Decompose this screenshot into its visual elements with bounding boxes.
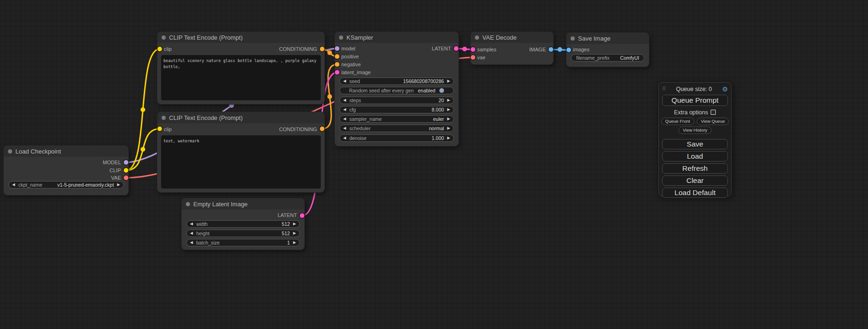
width-widget[interactable]: ◀ width 512 ▶ <box>186 220 300 228</box>
node-header[interactable]: CLIP Text Encode (Prompt) <box>157 112 325 123</box>
wire-clip-pos-midpoint-dot <box>141 107 145 112</box>
widget-value: 512 <box>282 221 290 227</box>
output-port-image[interactable] <box>549 47 553 52</box>
increment-arrow-icon[interactable]: ▶ <box>447 108 450 112</box>
node-header[interactable]: KSampler <box>335 32 459 43</box>
output-port-conditioning[interactable] <box>320 126 325 131</box>
output-port-model[interactable] <box>124 160 128 165</box>
collapse-toggle-icon[interactable] <box>8 149 12 154</box>
node-save-image[interactable]: Save Image images filename_prefix ComfyU… <box>566 33 649 67</box>
prompt-text-field[interactable]: beautiful scenery nature glass bottle la… <box>161 55 321 100</box>
node-header[interactable]: VAE Decode <box>471 32 553 43</box>
clear-button[interactable]: Clear <box>662 175 728 186</box>
node-clip-text-encode-negative[interactable]: CLIP Text Encode (Prompt) clip CONDITION… <box>157 112 325 192</box>
load-default-button[interactable]: Load Default <box>662 188 728 198</box>
increment-arrow-icon[interactable]: ▶ <box>447 98 450 102</box>
denoise-widget[interactable]: ◀ denoise 1.000 ▶ <box>339 134 454 142</box>
widget-name: seed <box>349 78 360 84</box>
input-port-images[interactable] <box>566 48 571 52</box>
node-header[interactable]: Load Checkpoint <box>4 146 128 157</box>
increment-arrow-icon[interactable]: ▶ <box>447 117 450 121</box>
output-label-vae: VAE <box>111 175 121 181</box>
steps-widget[interactable]: ◀ steps 20 ▶ <box>339 97 454 104</box>
node-title: CLIP Text Encode (Prompt) <box>169 34 243 41</box>
input-port-positive[interactable] <box>335 54 339 59</box>
collapse-toggle-icon[interactable] <box>475 35 479 40</box>
node-ksampler[interactable]: KSampler model positive negative latent_… <box>335 32 459 146</box>
extra-options-checkbox[interactable] <box>711 110 716 115</box>
input-port-latent-image[interactable] <box>335 70 339 75</box>
view-history-button[interactable]: View History <box>678 126 712 134</box>
decrement-arrow-icon[interactable]: ◀ <box>343 108 346 112</box>
input-port-vae[interactable] <box>471 55 475 60</box>
collapse-toggle-icon[interactable] <box>339 35 343 40</box>
input-label-vae: vae <box>477 54 486 61</box>
decrement-arrow-icon[interactable]: ◀ <box>190 241 193 245</box>
save-button[interactable]: Save <box>662 139 728 149</box>
output-port-latent[interactable] <box>454 46 459 51</box>
decrement-arrow-icon[interactable]: ◀ <box>343 126 346 130</box>
output-port-latent[interactable] <box>300 213 304 218</box>
seed-widget[interactable]: ◀ seed 156680208700286 ▶ <box>339 77 454 85</box>
node-title: KSampler <box>346 34 373 41</box>
widget-name: denoise <box>349 135 367 141</box>
output-port-clip[interactable] <box>124 168 128 173</box>
decrement-arrow-icon[interactable]: ◀ <box>12 183 15 187</box>
drag-handle-icon[interactable]: ⠿ <box>662 86 666 92</box>
node-clip-text-encode-positive[interactable]: CLIP Text Encode (Prompt) clip CONDITION… <box>157 32 325 104</box>
input-port-negative[interactable] <box>335 62 339 67</box>
input-port-clip[interactable] <box>157 47 162 51</box>
node-vae-decode[interactable]: VAE Decode samples vae IMAGE <box>471 32 553 64</box>
node-load-checkpoint[interactable]: Load Checkpoint MODEL CLIP VAE ◀ ckpt_na… <box>4 146 128 195</box>
collapse-toggle-icon[interactable] <box>162 116 166 120</box>
decrement-arrow-icon[interactable]: ◀ <box>343 117 346 121</box>
input-port-model[interactable] <box>335 46 339 51</box>
widget-name: scheduler <box>349 126 371 131</box>
collapse-toggle-icon[interactable] <box>162 35 166 40</box>
height-widget[interactable]: ◀ height 512 ▶ <box>186 230 300 237</box>
increment-arrow-icon[interactable]: ▶ <box>293 222 296 226</box>
sampler-name-widget[interactable]: ◀ sampler_name euler ▶ <box>339 115 454 123</box>
extra-options-label: Extra options <box>674 109 708 116</box>
output-label-model: MODEL <box>103 159 121 166</box>
node-title: CLIP Text Encode (Prompt) <box>169 114 243 121</box>
widget-name: sampler_name <box>349 116 381 122</box>
collapse-toggle-icon[interactable] <box>571 36 575 41</box>
view-queue-button[interactable]: View Queue <box>697 118 729 125</box>
scheduler-widget[interactable]: ◀ scheduler normal ▶ <box>339 125 454 132</box>
decrement-arrow-icon[interactable]: ◀ <box>190 231 193 235</box>
decrement-arrow-icon[interactable]: ◀ <box>190 222 193 226</box>
collapse-toggle-icon[interactable] <box>186 202 190 206</box>
toggle-on-icon[interactable] <box>439 88 444 93</box>
increment-arrow-icon[interactable]: ▶ <box>447 79 450 83</box>
decrement-arrow-icon[interactable]: ◀ <box>343 79 346 83</box>
output-port-conditioning[interactable] <box>320 47 325 51</box>
queue-front-button[interactable]: Queue Front <box>661 118 694 125</box>
ckpt-name-widget[interactable]: ◀ ckpt_name v1-5-pruned-emaonly.ckpt ▶ <box>8 181 124 189</box>
increment-arrow-icon[interactable]: ▶ <box>293 231 296 235</box>
batch-size-widget[interactable]: ◀ batch_size 1 ▶ <box>186 239 300 246</box>
input-port-samples[interactable] <box>471 47 475 52</box>
node-header[interactable]: Empty Latent Image <box>182 198 304 210</box>
settings-gear-icon[interactable]: ⚙ <box>722 86 728 92</box>
queue-prompt-button[interactable]: Queue Prompt <box>662 95 728 106</box>
cfg-widget[interactable]: ◀ cfg 8.000 ▶ <box>339 106 454 113</box>
input-label-clip: clip <box>164 46 172 52</box>
increment-arrow-icon[interactable]: ▶ <box>447 126 450 130</box>
increment-arrow-icon[interactable]: ▶ <box>293 241 296 245</box>
filename-prefix-widget[interactable]: filename_prefix ComfyUI <box>571 54 644 62</box>
output-port-vae[interactable] <box>124 175 128 180</box>
refresh-button[interactable]: Refresh <box>662 163 728 174</box>
node-header[interactable]: CLIP Text Encode (Prompt) <box>157 32 325 43</box>
prompt-text-field[interactable]: text, watermark <box>161 135 321 189</box>
decrement-arrow-icon[interactable]: ◀ <box>343 136 346 140</box>
node-header[interactable]: Save Image <box>566 33 649 44</box>
load-button[interactable]: Load <box>662 151 728 161</box>
increment-arrow-icon[interactable]: ▶ <box>117 183 120 187</box>
random-seed-toggle-widget[interactable]: Random seed after every gen enabled <box>339 87 454 94</box>
decrement-arrow-icon[interactable]: ◀ <box>343 98 346 102</box>
input-port-clip[interactable] <box>157 126 162 131</box>
output-label-clip: CLIP <box>110 167 121 174</box>
node-empty-latent-image[interactable]: Empty Latent Image LATENT ◀ width 512 ▶ … <box>182 198 304 250</box>
increment-arrow-icon[interactable]: ▶ <box>447 136 450 140</box>
